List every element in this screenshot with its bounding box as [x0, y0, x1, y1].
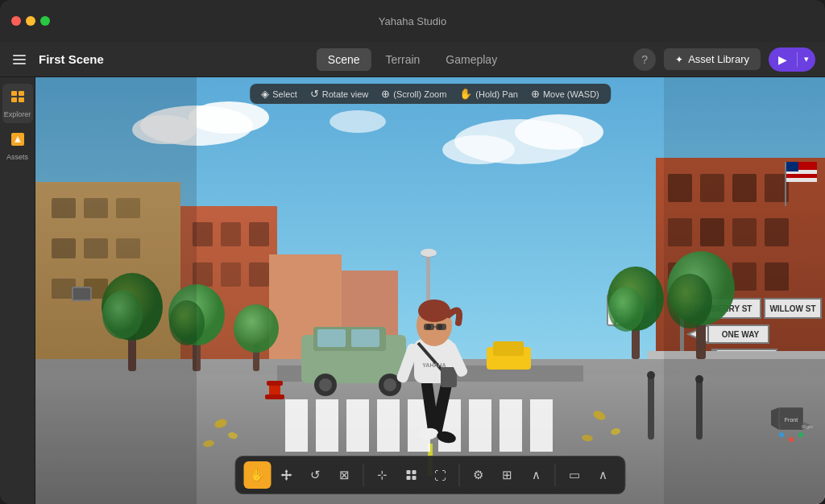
viewport[interactable]: CRANBERRY ST WILLOW ST ONE WAY ONE WAY S…: [35, 77, 825, 504]
svg-rect-30: [221, 262, 241, 287]
svg-text:YAHAHA: YAHAHA: [422, 362, 446, 368]
svg-text:Right: Right: [802, 424, 813, 429]
svg-rect-88: [469, 399, 491, 452]
svg-point-13: [330, 110, 386, 133]
play-button[interactable]: ▶: [769, 48, 797, 72]
svg-rect-101: [317, 329, 346, 347]
svg-rect-84: [346, 399, 369, 452]
expand-tool-button[interactable]: ⛶: [427, 461, 454, 489]
svg-rect-85: [377, 399, 400, 452]
svg-rect-82: [285, 399, 308, 452]
svg-rect-156: [407, 476, 411, 480]
svg-rect-102: [351, 329, 379, 347]
svg-rect-89: [500, 399, 522, 452]
svg-rect-139: [424, 324, 434, 330]
menu-button[interactable]: [10, 52, 29, 68]
svg-marker-146: [771, 407, 779, 430]
left-sidebar: Explorer Assets: [0, 77, 35, 504]
svg-rect-28: [249, 222, 269, 246]
assets-icon: [10, 131, 26, 151]
vp-tool-select[interactable]: ◈ Select: [261, 88, 297, 100]
svg-rect-1: [19, 91, 24, 96]
zoom-icon: ⊕: [381, 88, 390, 100]
svg-point-8: [189, 101, 269, 134]
grid-button[interactable]: ⊞: [494, 461, 521, 489]
toolbar-divider-3: [555, 464, 556, 486]
vp-tool-move[interactable]: ⊕ Move (WASD): [531, 88, 599, 100]
scene-name: First Scene: [39, 52, 104, 66]
toolbar-divider-2: [459, 464, 460, 486]
settings-button[interactable]: ⚙: [465, 461, 492, 489]
sidebar-item-label-explorer: Explorer: [4, 110, 31, 118]
svg-rect-83: [316, 399, 338, 452]
svg-rect-140: [436, 324, 446, 330]
svg-rect-90: [530, 399, 553, 452]
minimize-button[interactable]: [26, 16, 35, 26]
maximize-button[interactable]: [40, 16, 50, 26]
svg-rect-2: [11, 97, 17, 102]
pan-icon: ✋: [459, 88, 472, 100]
asset-library-button[interactable]: ✦ Asset Library: [664, 48, 761, 70]
svg-rect-3: [19, 97, 24, 102]
svg-rect-97: [267, 381, 283, 386]
svg-rect-27: [221, 222, 241, 246]
help-button[interactable]: ?: [633, 48, 656, 71]
toolbar-right: ? ✦ Asset Library ▶ ▾: [633, 48, 815, 72]
rotate-view-icon: ↺: [310, 88, 319, 100]
hand-tool-button[interactable]: ✋: [244, 461, 272, 489]
sidebar-item-label-assets: Assets: [6, 153, 28, 161]
svg-point-5: [16, 138, 19, 142]
play-dropdown-button[interactable]: ▾: [798, 48, 815, 72]
chevron-up-button-1[interactable]: ∧: [523, 461, 550, 489]
svg-point-116: [234, 304, 279, 353]
close-button[interactable]: [11, 16, 21, 26]
tab-terrain[interactable]: Terrain: [375, 48, 432, 71]
app-title: Yahaha Studio: [379, 15, 446, 27]
tab-gameplay[interactable]: Gameplay: [434, 48, 508, 71]
content-area: Explorer Assets: [0, 77, 825, 504]
move-tool-button[interactable]: [273, 461, 301, 489]
star-icon: ✦: [675, 54, 683, 65]
svg-rect-132: [441, 367, 457, 387]
tabs-center: Scene Terrain Gameplay: [317, 48, 508, 71]
vp-tool-pan[interactable]: ✋ (Hold) Pan: [459, 88, 518, 100]
orientation-gizmo[interactable]: Front Right: [767, 399, 815, 448]
traffic-lights: [0, 16, 50, 26]
bottom-toolbar: ✋ ↺ ⊠ ⊹ ⛶ ⚙ ⊞ ∧: [235, 456, 626, 494]
title-bar: Yahaha Studio: [0, 0, 825, 42]
svg-point-136: [418, 300, 450, 322]
svg-point-104: [319, 378, 332, 391]
sidebar-item-explorer[interactable]: Explorer: [2, 84, 33, 123]
svg-rect-143: [35, 77, 197, 504]
sidebar-item-assets[interactable]: Assets: [2, 126, 33, 166]
svg-rect-92: [648, 375, 654, 440]
vp-tool-rotate[interactable]: ↺ Rotate view: [310, 88, 368, 100]
svg-point-153: [779, 432, 784, 437]
vp-tool-zoom[interactable]: ⊕ (Scroll) Zoom: [381, 88, 446, 100]
rotate-tool-button[interactable]: ↺: [302, 461, 330, 489]
svg-point-151: [789, 437, 794, 442]
svg-text:Front: Front: [785, 417, 798, 423]
toolbar-divider-1: [363, 464, 364, 486]
explorer-icon: [10, 89, 26, 109]
svg-rect-108: [493, 341, 524, 356]
scene-viewport: CRANBERRY ST WILLOW ST ONE WAY ONE WAY S…: [35, 77, 825, 504]
svg-point-119: [608, 287, 644, 332]
svg-rect-98: [265, 395, 284, 399]
chevron-up-button-2[interactable]: ∧: [590, 461, 617, 489]
viewport-toolbar: ◈ Select ↺ Rotate view ⊕ (Scroll) Zoom ✋…: [250, 84, 611, 104]
cursor-icon: ◈: [261, 88, 269, 100]
svg-rect-31: [249, 262, 269, 287]
scale-tool-button[interactable]: ⊠: [331, 461, 359, 489]
pivot-tool-button[interactable]: ⊹: [369, 461, 396, 489]
main-toolbar: First Scene Scene Terrain Gameplay ? ✦ A…: [0, 42, 825, 77]
svg-rect-154: [407, 470, 411, 474]
play-group: ▶ ▾: [769, 48, 815, 72]
transform-tool-button[interactable]: [398, 461, 425, 489]
svg-point-11: [515, 114, 603, 150]
svg-rect-0: [11, 91, 17, 96]
tab-scene[interactable]: Scene: [317, 48, 371, 71]
camera-view-button[interactable]: ▭: [561, 461, 588, 489]
svg-point-106: [383, 378, 396, 391]
svg-point-93: [647, 371, 655, 379]
